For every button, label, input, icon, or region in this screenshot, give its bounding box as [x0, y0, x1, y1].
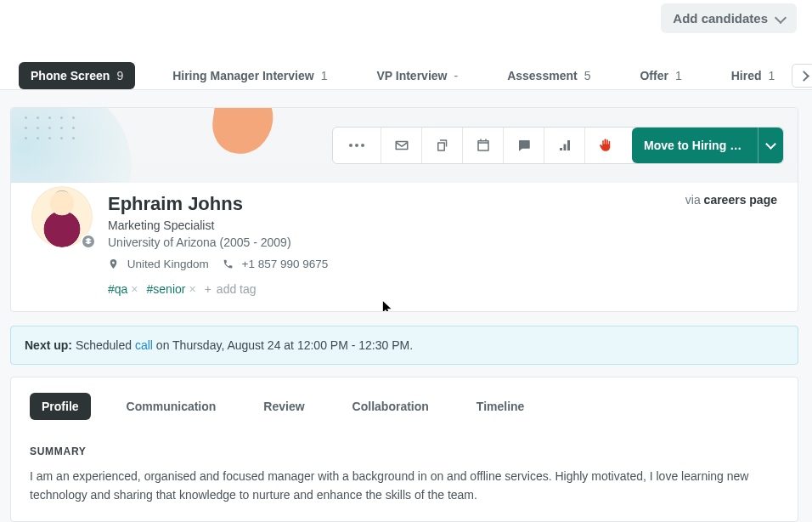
tag-qa[interactable]: #qa× [108, 282, 138, 296]
add-candidates-label: Add candidates [673, 11, 768, 26]
stage-count: 9 [116, 69, 123, 82]
candidate-name: Ephraim Johns [108, 193, 670, 215]
candidate-card: Move to Hiring Mana… Ephraim Johns Marke… [10, 107, 798, 312]
tag-remove-icon[interactable]: × [131, 282, 138, 296]
copy-link-button[interactable] [421, 128, 462, 163]
stage-label: Assessment [507, 69, 578, 82]
more-actions-button[interactable] [333, 128, 381, 163]
chevron-right-icon [800, 72, 808, 80]
hand-stop-icon [598, 138, 613, 153]
summary-text: I am an experienced, organised and focus… [30, 468, 779, 504]
stage-count: 1 [321, 69, 328, 82]
next-up-label: Next up: [25, 338, 72, 352]
candidate-tags: #qa× #senior× +add tag [108, 282, 670, 296]
tab-communication[interactable]: Communication [115, 393, 228, 420]
copy-icon [435, 138, 450, 153]
tag-remove-icon[interactable]: × [189, 282, 195, 296]
ellipsis-icon [349, 144, 364, 147]
stage-vp-interview[interactable]: VP Interview - [364, 62, 470, 89]
stage-phone-screen[interactable]: Phone Screen 9 [19, 62, 135, 89]
candidate-source-link[interactable]: careers page [704, 193, 777, 207]
move-stage-label: Move to Hiring Mana… [644, 139, 749, 152]
comment-icon [516, 138, 532, 153]
plus-icon: + [205, 282, 211, 296]
candidate-phone: +1 857 990 9675 [223, 258, 329, 270]
email-button[interactable] [381, 128, 421, 163]
tab-collaboration[interactable]: Collaboration [341, 393, 441, 420]
tab-profile[interactable]: Profile [30, 393, 91, 420]
stage-count: - [454, 69, 458, 82]
stage-label: Hiring Manager Interview [172, 69, 313, 82]
calendar-icon [476, 138, 491, 153]
tab-review[interactable]: Review [251, 393, 316, 420]
stage-label: VP Interview [376, 69, 447, 82]
tag-senior[interactable]: #senior× [147, 282, 196, 296]
disqualify-button[interactable] [584, 128, 625, 163]
next-up-bar: Next up: Scheduled call on Thursday, Aug… [10, 326, 798, 365]
profile-tabs: Profile Communication Review Collaborati… [30, 393, 779, 420]
comment-button[interactable] [503, 128, 544, 163]
move-stage-button[interactable]: Move to Hiring Mana… [632, 128, 783, 163]
card-hero: Move to Hiring Mana… [11, 108, 798, 183]
phone-icon [223, 258, 234, 270]
candidate-education: University of Arizona (2005 - 2009) [108, 235, 670, 249]
candidate-title: Marketing Specialist [108, 218, 670, 232]
stage-count: 1 [768, 69, 775, 82]
avatar [31, 186, 93, 247]
chevron-down-icon [767, 142, 775, 150]
add-tag-button[interactable]: +add tag [205, 282, 257, 296]
candidate-location: United Kingdom [108, 258, 209, 270]
move-stage-dropdown[interactable] [758, 128, 775, 163]
pipeline-stages: Phone Screen 9 Hiring Manager Interview … [0, 33, 812, 90]
hero-decoration [25, 113, 101, 150]
stage-hiring-manager-interview[interactable]: Hiring Manager Interview 1 [161, 62, 339, 89]
stage-label: Hired [731, 69, 762, 82]
candidate-toolbar: Move to Hiring Mana… [332, 127, 784, 164]
stages-scroll-right-button[interactable] [792, 64, 812, 88]
evaluate-button[interactable] [544, 128, 584, 163]
steps-icon [557, 138, 572, 153]
hero-decoration [209, 108, 277, 157]
location-pin-icon [108, 258, 119, 270]
profile-panel: Profile Communication Review Collaborati… [10, 377, 798, 522]
stage-label: Offer [640, 69, 668, 82]
stage-hired[interactable]: Hired 1 [719, 62, 787, 89]
stage-assessment[interactable]: Assessment 5 [495, 62, 602, 89]
stage-count: 1 [675, 69, 682, 82]
candidate-source: via careers page [685, 193, 777, 207]
next-up-call-link[interactable]: call [135, 338, 153, 352]
stage-count: 5 [584, 69, 591, 82]
stage-offer[interactable]: Offer 1 [628, 62, 693, 89]
schedule-button[interactable] [462, 128, 503, 163]
mail-icon [394, 138, 409, 153]
chevron-down-icon [776, 15, 785, 24]
stage-label: Phone Screen [31, 69, 110, 82]
summary-heading: SUMMARY [30, 445, 779, 457]
source-badge-icon [81, 234, 96, 249]
add-candidates-button[interactable]: Add candidates [661, 3, 797, 33]
tab-timeline[interactable]: Timeline [465, 393, 537, 420]
